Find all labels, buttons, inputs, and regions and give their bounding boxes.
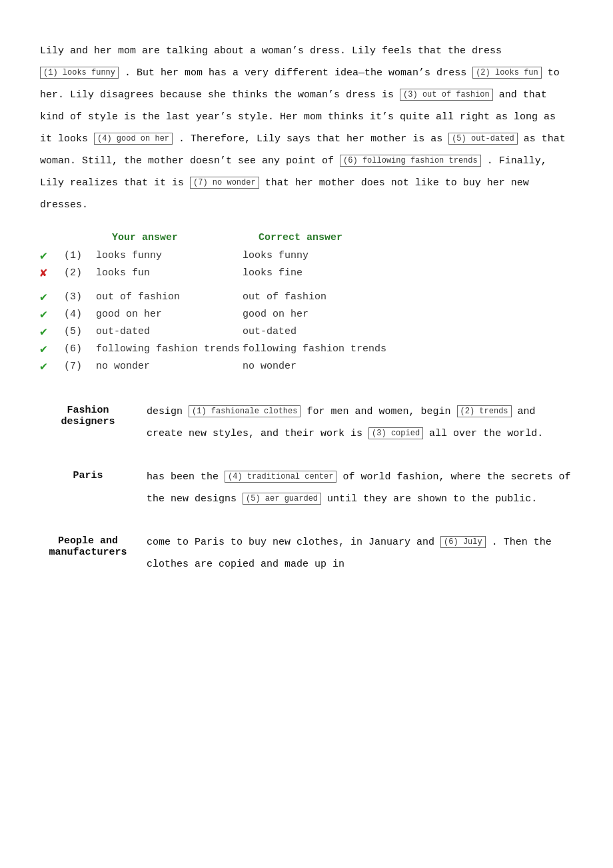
gap-row-2 [40, 518, 573, 531]
answer-row: ✔(3)out of fashionout of fashion [40, 289, 573, 305]
answer-row: ✔(6)following fashion trendsfollowing fa… [40, 341, 573, 357]
answer-row: ✔(1)looks funnylooks funny [40, 247, 573, 263]
pm-text-before-6: come to Paris to buy new clothes, in Jan… [147, 537, 434, 548]
paris-label: Paris [40, 466, 147, 518]
blank-box-5: (5) out-dated [448, 133, 518, 145]
answer-row: ✔(7)no wonderno wonder [40, 358, 573, 374]
your-answer-value: looks fun [96, 267, 243, 279]
fd-text-after-3: all over the world. [429, 428, 543, 439]
people-manufacturers-row: People and manufacturers come to Paris t… [40, 531, 573, 583]
paris-blank-5: (5) aer guarded [243, 493, 321, 505]
blank-box-4: (4) good on her [94, 133, 173, 145]
check-icon: ✔ [40, 341, 64, 356]
answer-number: (2) [64, 267, 96, 279]
people-manufacturers-label: People and manufacturers [40, 531, 147, 583]
correct-answer-value: looks fine [243, 267, 389, 279]
pm-blank-6: (6) July [440, 536, 486, 549]
answer-number: (4) [64, 309, 96, 320]
answer-number: (3) [64, 291, 96, 303]
correct-answer-value: good on her [243, 309, 389, 320]
check-icon: ✔ [40, 359, 64, 373]
answer-number: (5) [64, 326, 96, 337]
fd-blank-2: (2) trends [457, 405, 512, 418]
correct-answer-value: following fashion trends [243, 343, 389, 355]
gap-row-1 [40, 453, 573, 466]
blank-box-3: (3) out of fashion [400, 89, 493, 101]
your-answer-value: following fashion trends [96, 343, 243, 355]
answer-number: (6) [64, 343, 96, 355]
blank-box-6: (6) following fashion trends [340, 155, 481, 167]
your-answer-value: out-dated [96, 326, 243, 337]
your-answer-value: good on her [96, 309, 243, 320]
col-num-header [80, 232, 112, 243]
paris-content: has been the (4) traditional center of w… [147, 466, 573, 518]
blank-box-2: (2) looks fun [472, 67, 542, 79]
fd-blank-1: (1) fashionale clothes [189, 405, 301, 418]
your-answer-value: no wonder [96, 361, 243, 372]
blank-box-1: (1) looks funny [40, 67, 119, 79]
correct-answer-value: no wonder [243, 361, 389, 372]
paris-row: Paris has been the (4) traditional cente… [40, 466, 573, 518]
paris-text-after-5: until they are shown to the public. [327, 493, 537, 505]
correct-answer-value: out of fashion [243, 291, 389, 303]
your-answer-value: looks funny [96, 250, 243, 261]
second-section: Fashion designers design (1) fashionale … [40, 401, 573, 583]
check-icon: ✔ [40, 307, 64, 321]
answer-number: (1) [64, 250, 96, 261]
answers-section: Your answer Correct answer ✔(1)looks fun… [40, 232, 573, 374]
cross-icon: ✘ [40, 265, 64, 280]
correct-answer-value: looks funny [243, 250, 389, 261]
check-icon: ✔ [40, 324, 64, 339]
paris-text-before-4: has been the [147, 471, 219, 483]
people-manufacturers-content: come to Paris to buy new clothes, in Jan… [147, 531, 573, 583]
fd-blank-3: (3) copied [368, 427, 423, 440]
table-layout: Fashion designers design (1) fashionale … [40, 401, 573, 583]
passage: Lily and her mom are talking about a wom… [40, 40, 573, 216]
blank-box-7: (7) no wonder [190, 177, 259, 189]
answer-rows-container: ✔(1)looks funnylooks funny✘(2)looks funl… [40, 247, 573, 374]
answer-row: ✘(2)looks funlooks fine [40, 265, 573, 281]
correct-answer-value: out-dated [243, 326, 389, 337]
fashion-designers-row: Fashion designers design (1) fashionale … [40, 401, 573, 453]
passage-text-after-1: . But her mom has a very different idea—… [125, 67, 466, 79]
fashion-designers-content: design (1) fashionale clothes for men an… [147, 401, 573, 453]
passage-text-before-1: Lily and her mom are talking about a wom… [40, 45, 502, 57]
answer-row: ✔(4)good on hergood on her [40, 306, 573, 322]
fd-text-after-1: for men and women, begin [306, 406, 450, 417]
fashion-designers-label: Fashion designers [40, 401, 147, 453]
check-icon: ✔ [40, 248, 64, 263]
paris-blank-4: (4) traditional center [225, 471, 336, 483]
passage-text-after-4: . Therefore, Lily says that her mother i… [179, 133, 442, 145]
your-answer-header: Your answer [112, 232, 259, 243]
answer-row: ✔(5)out-datedout-dated [40, 323, 573, 339]
answer-number: (7) [64, 361, 96, 372]
check-icon: ✔ [40, 289, 64, 304]
your-answer-value: out of fashion [96, 291, 243, 303]
fd-text-before-1: design [147, 406, 183, 417]
answers-header: Your answer Correct answer [80, 232, 573, 243]
correct-answer-header: Correct answer [259, 232, 405, 243]
